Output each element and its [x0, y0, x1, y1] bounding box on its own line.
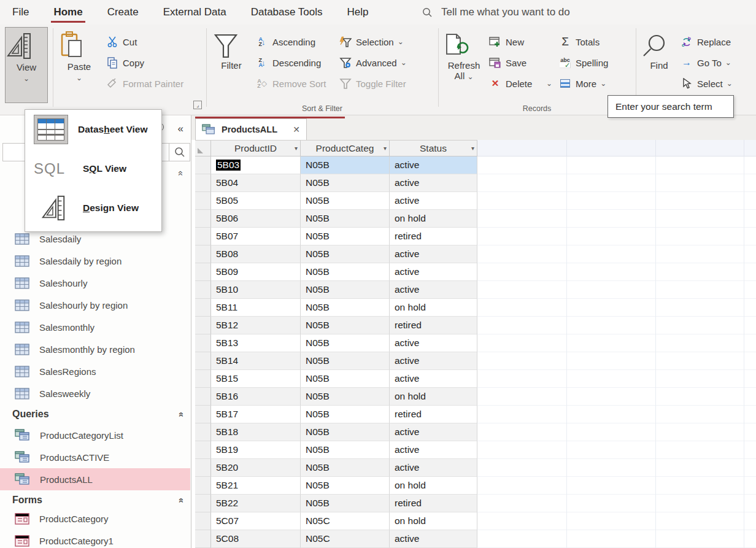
- nav-query-item[interactable]: ProductCategoryList: [0, 424, 191, 446]
- more-button[interactable]: More ⌄: [558, 75, 606, 92]
- tab-external-data[interactable]: External Data: [151, 0, 239, 25]
- nav-table-item[interactable]: SalesRegions: [0, 360, 191, 382]
- cell-status[interactable]: retired: [390, 228, 477, 245]
- cell-status[interactable]: on hold: [390, 299, 477, 317]
- cell-productid[interactable]: 5B09: [211, 263, 301, 281]
- descending-button[interactable]: ZA↓ Descending: [255, 54, 321, 71]
- nav-table-item[interactable]: Salesmonthly by region: [0, 338, 191, 360]
- nav-query-item[interactable]: ProductsACTIVE: [0, 446, 191, 468]
- cell-productcategory[interactable]: N05B: [301, 174, 390, 192]
- cell-productid[interactable]: 5B04: [211, 174, 301, 192]
- clipboard-dialog-launcher[interactable]: ⌟: [193, 101, 202, 109]
- cell-status[interactable]: active: [390, 530, 477, 548]
- select-button[interactable]: Select ⌄: [680, 75, 733, 92]
- record-selector[interactable]: [195, 423, 211, 441]
- cell-status[interactable]: active: [390, 423, 477, 441]
- record-selector[interactable]: [195, 388, 211, 406]
- record-selector[interactable]: [195, 281, 211, 299]
- goto-button[interactable]: → Go To ⌄: [680, 54, 731, 71]
- cell-productcategory[interactable]: N05B: [301, 459, 390, 477]
- tab-home[interactable]: Home: [41, 0, 94, 25]
- cell-status[interactable]: on hold: [390, 210, 477, 228]
- refresh-all-button[interactable]: Refresh All ⌄: [444, 27, 484, 103]
- cell-productid[interactable]: 5B22: [211, 495, 301, 512]
- cell-productid[interactable]: 5B18: [211, 423, 301, 441]
- record-selector[interactable]: [195, 228, 211, 245]
- selection-button[interactable]: Selection ⌄: [339, 33, 404, 50]
- record-selector[interactable]: [195, 441, 211, 459]
- record-selector[interactable]: [195, 156, 211, 174]
- shutter-close-button[interactable]: «: [178, 123, 183, 135]
- record-selector[interactable]: [195, 317, 211, 334]
- cell-productcategory[interactable]: N05B: [301, 210, 390, 228]
- cell-productid[interactable]: 5B21: [211, 477, 301, 495]
- cell-status[interactable]: active: [390, 334, 477, 352]
- nav-table-item[interactable]: Salesdaily by region: [0, 250, 191, 272]
- cell-productid[interactable]: 5B20: [211, 459, 301, 477]
- replace-button[interactable]: bc Replace: [680, 33, 731, 50]
- cut-button[interactable]: Cut: [106, 33, 137, 50]
- column-header-status[interactable]: Status ▾: [390, 141, 477, 156]
- cell-productcategory[interactable]: N05B: [301, 352, 390, 370]
- nav-table-item[interactable]: Salesweekly: [0, 382, 191, 404]
- cell-productid[interactable]: 5C08: [211, 530, 301, 548]
- cell-productid[interactable]: 5B03: [211, 156, 301, 174]
- delete-record-button[interactable]: ✕ Delete: [488, 75, 532, 92]
- record-selector[interactable]: [195, 210, 211, 228]
- cell-productid[interactable]: 5B17: [211, 406, 301, 423]
- record-selector[interactable]: [195, 263, 211, 281]
- cell-status[interactable]: active: [390, 352, 477, 370]
- spelling-button[interactable]: abc✓ Spelling: [558, 54, 608, 71]
- cell-productcategory[interactable]: N05B: [301, 370, 390, 388]
- cell-status[interactable]: active: [390, 281, 477, 299]
- nav-form-item[interactable]: ProductCategory1: [0, 530, 191, 548]
- column-header-productid[interactable]: ProductID ▾: [211, 141, 301, 156]
- cell-productcategory[interactable]: N05B: [301, 388, 390, 406]
- view-button[interactable]: View ⌄: [5, 27, 48, 103]
- cell-productid[interactable]: 5B15: [211, 370, 301, 388]
- column-header-productcategory[interactable]: ProductCateg ▾: [301, 141, 390, 156]
- cell-productcategory[interactable]: N05B: [301, 281, 390, 299]
- section-collapse-icon[interactable]: «: [176, 412, 187, 417]
- cell-productcategory[interactable]: N05C: [301, 530, 390, 548]
- copy-button[interactable]: Copy: [106, 54, 144, 71]
- cell-status[interactable]: active: [390, 174, 477, 192]
- cell-status[interactable]: active: [390, 156, 477, 174]
- paste-button[interactable]: Paste ⌄: [60, 27, 98, 103]
- select-all-corner[interactable]: [195, 141, 211, 156]
- cell-productid[interactable]: 5C07: [211, 512, 301, 530]
- cell-productid[interactable]: 5B08: [211, 245, 301, 263]
- cell-productid[interactable]: 5B16: [211, 388, 301, 406]
- cell-status[interactable]: active: [390, 441, 477, 459]
- record-selector[interactable]: [195, 299, 211, 317]
- cell-productid[interactable]: 5B06: [211, 210, 301, 228]
- cell-status[interactable]: active: [390, 192, 477, 210]
- menu-item-sql-view[interactable]: SQL SQL View: [25, 149, 161, 188]
- cell-status[interactable]: on hold: [390, 388, 477, 406]
- menu-item-design-view[interactable]: Design View: [25, 188, 161, 228]
- record-selector[interactable]: [195, 334, 211, 352]
- remove-sort-button[interactable]: AZ◇ Remove Sort: [255, 75, 326, 92]
- tab-database-tools[interactable]: Database Tools: [239, 0, 335, 25]
- cell-status[interactable]: retired: [390, 317, 477, 334]
- cell-productid[interactable]: 5B19: [211, 441, 301, 459]
- cell-productcategory[interactable]: N05C: [301, 512, 390, 530]
- nav-table-item[interactable]: Salesmonthly: [0, 316, 191, 338]
- cell-productcategory[interactable]: N05B: [301, 245, 390, 263]
- cell-productcategory[interactable]: N05B: [301, 495, 390, 512]
- cell-productcategory[interactable]: N05B: [301, 156, 390, 174]
- nav-table-item[interactable]: Saleshourly: [0, 272, 191, 294]
- tab-help[interactable]: Help: [335, 0, 381, 25]
- record-selector[interactable]: [195, 370, 211, 388]
- cell-status[interactable]: active: [390, 263, 477, 281]
- close-icon[interactable]: ✕: [293, 125, 300, 134]
- cell-productid[interactable]: 5B14: [211, 352, 301, 370]
- save-record-button[interactable]: Save: [488, 54, 526, 71]
- nav-form-item[interactable]: ProductCategory: [0, 507, 191, 530]
- record-selector[interactable]: [195, 174, 211, 192]
- cell-productcategory[interactable]: N05B: [301, 477, 390, 495]
- tell-me-search[interactable]: Tell me what you want to do: [422, 0, 570, 25]
- cell-productcategory[interactable]: N05B: [301, 406, 390, 423]
- cell-productcategory[interactable]: N05B: [301, 441, 390, 459]
- cell-status[interactable]: on hold: [390, 512, 477, 530]
